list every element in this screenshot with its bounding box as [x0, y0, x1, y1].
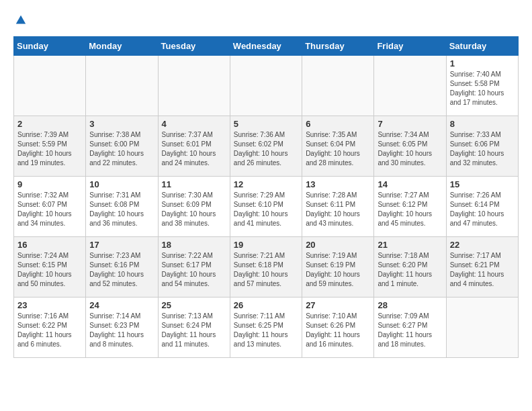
day-number: 7: [378, 119, 442, 129]
calendar-day-cell: 1Sunrise: 7:40 AM Sunset: 5:58 PM Daylig…: [446, 56, 518, 116]
weekday-header: Monday: [86, 37, 158, 56]
calendar-day-cell: 16Sunrise: 7:24 AM Sunset: 6:15 PM Dayli…: [14, 237, 86, 298]
weekday-header: Wednesday: [230, 37, 302, 56]
day-info: Sunrise: 7:34 AM Sunset: 6:05 PM Dayligh…: [378, 130, 442, 168]
calendar-table: SundayMondayTuesdayWednesdayThursdayFrid…: [13, 36, 519, 358]
day-number: 21: [378, 240, 442, 250]
day-info: Sunrise: 7:39 AM Sunset: 5:59 PM Dayligh…: [17, 130, 82, 168]
day-number: 14: [378, 179, 442, 189]
day-info: Sunrise: 7:19 AM Sunset: 6:19 PM Dayligh…: [306, 251, 370, 289]
day-number: 15: [450, 179, 515, 189]
logo-icon: [15, 14, 27, 26]
day-number: 10: [89, 179, 154, 189]
day-info: Sunrise: 7:09 AM Sunset: 6:27 PM Dayligh…: [378, 312, 442, 349]
calendar-day-cell: [446, 298, 518, 358]
calendar-day-cell: 7Sunrise: 7:34 AM Sunset: 6:05 PM Daylig…: [374, 116, 446, 177]
day-info: Sunrise: 7:28 AM Sunset: 6:11 PM Dayligh…: [306, 191, 370, 228]
day-number: 6: [306, 119, 370, 129]
day-info: Sunrise: 7:13 AM Sunset: 6:24 PM Dayligh…: [162, 312, 226, 349]
day-number: 18: [162, 240, 226, 250]
day-number: 3: [89, 119, 154, 129]
day-info: Sunrise: 7:30 AM Sunset: 6:09 PM Dayligh…: [162, 191, 226, 228]
day-number: 19: [234, 240, 298, 250]
calendar-day-cell: 21Sunrise: 7:18 AM Sunset: 6:20 PM Dayli…: [374, 237, 446, 298]
calendar-day-cell: 11Sunrise: 7:30 AM Sunset: 6:09 PM Dayli…: [158, 177, 230, 237]
day-info: Sunrise: 7:33 AM Sunset: 6:06 PM Dayligh…: [450, 130, 515, 168]
logo: [13, 13, 27, 30]
calendar-day-cell: 25Sunrise: 7:13 AM Sunset: 6:24 PM Dayli…: [158, 298, 230, 358]
day-number: 12: [234, 179, 298, 189]
day-number: 22: [450, 240, 515, 250]
day-info: Sunrise: 7:21 AM Sunset: 6:18 PM Dayligh…: [234, 251, 298, 289]
day-info: Sunrise: 7:37 AM Sunset: 6:01 PM Dayligh…: [162, 130, 226, 168]
day-number: 9: [17, 179, 82, 189]
calendar-day-cell: 28Sunrise: 7:09 AM Sunset: 6:27 PM Dayli…: [374, 298, 446, 358]
calendar-week-row: 16Sunrise: 7:24 AM Sunset: 6:15 PM Dayli…: [14, 237, 519, 298]
day-info: Sunrise: 7:32 AM Sunset: 6:07 PM Dayligh…: [17, 191, 82, 228]
svg-marker-0: [16, 15, 26, 24]
day-info: Sunrise: 7:31 AM Sunset: 6:08 PM Dayligh…: [89, 191, 154, 228]
day-number: 27: [306, 300, 370, 310]
calendar-week-row: 1Sunrise: 7:40 AM Sunset: 5:58 PM Daylig…: [14, 56, 519, 116]
calendar-day-cell: 13Sunrise: 7:28 AM Sunset: 6:11 PM Dayli…: [302, 177, 374, 237]
weekday-header: Tuesday: [158, 37, 230, 56]
weekday-header: Saturday: [446, 37, 518, 56]
day-number: 13: [306, 179, 370, 189]
day-info: Sunrise: 7:11 AM Sunset: 6:25 PM Dayligh…: [234, 312, 298, 349]
calendar-day-cell: 15Sunrise: 7:26 AM Sunset: 6:14 PM Dayli…: [446, 177, 518, 237]
day-info: Sunrise: 7:23 AM Sunset: 6:16 PM Dayligh…: [89, 251, 154, 289]
calendar-week-row: 23Sunrise: 7:16 AM Sunset: 6:22 PM Dayli…: [14, 298, 519, 358]
calendar-week-row: 9Sunrise: 7:32 AM Sunset: 6:07 PM Daylig…: [14, 177, 519, 237]
calendar-day-cell: 2Sunrise: 7:39 AM Sunset: 5:59 PM Daylig…: [14, 116, 86, 177]
calendar-day-cell: [230, 56, 302, 116]
day-number: 5: [234, 119, 298, 129]
day-number: 2: [17, 119, 82, 129]
weekday-header: Thursday: [302, 37, 374, 56]
day-info: Sunrise: 7:17 AM Sunset: 6:21 PM Dayligh…: [450, 251, 515, 289]
calendar-day-cell: 22Sunrise: 7:17 AM Sunset: 6:21 PM Dayli…: [446, 237, 518, 298]
calendar-day-cell: 10Sunrise: 7:31 AM Sunset: 6:08 PM Dayli…: [86, 177, 158, 237]
day-number: 20: [306, 240, 370, 250]
calendar-day-cell: [302, 56, 374, 116]
day-info: Sunrise: 7:35 AM Sunset: 6:04 PM Dayligh…: [306, 130, 370, 168]
day-info: Sunrise: 7:36 AM Sunset: 6:02 PM Dayligh…: [234, 130, 298, 168]
calendar-day-cell: 8Sunrise: 7:33 AM Sunset: 6:06 PM Daylig…: [446, 116, 518, 177]
calendar-day-cell: [158, 56, 230, 116]
day-info: Sunrise: 7:24 AM Sunset: 6:15 PM Dayligh…: [17, 251, 82, 289]
day-info: Sunrise: 7:26 AM Sunset: 6:14 PM Dayligh…: [450, 191, 515, 228]
logo-text: [13, 13, 27, 30]
day-number: 16: [17, 240, 82, 250]
calendar-day-cell: 12Sunrise: 7:29 AM Sunset: 6:10 PM Dayli…: [230, 177, 302, 237]
calendar-day-cell: 23Sunrise: 7:16 AM Sunset: 6:22 PM Dayli…: [14, 298, 86, 358]
day-number: 1: [450, 58, 515, 68]
weekday-header: Friday: [374, 37, 446, 56]
calendar-day-cell: 18Sunrise: 7:22 AM Sunset: 6:17 PM Dayli…: [158, 237, 230, 298]
calendar-day-cell: [374, 56, 446, 116]
day-info: Sunrise: 7:10 AM Sunset: 6:26 PM Dayligh…: [306, 312, 370, 349]
day-number: 26: [234, 300, 298, 310]
calendar-day-cell: 9Sunrise: 7:32 AM Sunset: 6:07 PM Daylig…: [14, 177, 86, 237]
calendar-day-cell: 20Sunrise: 7:19 AM Sunset: 6:19 PM Dayli…: [302, 237, 374, 298]
day-info: Sunrise: 7:27 AM Sunset: 6:12 PM Dayligh…: [378, 191, 442, 228]
day-info: Sunrise: 7:16 AM Sunset: 6:22 PM Dayligh…: [17, 312, 82, 349]
day-number: 11: [162, 179, 226, 189]
day-info: Sunrise: 7:14 AM Sunset: 6:23 PM Dayligh…: [89, 312, 154, 349]
day-number: 24: [89, 300, 154, 310]
day-number: 25: [162, 300, 226, 310]
day-number: 28: [378, 300, 442, 310]
calendar-day-cell: 24Sunrise: 7:14 AM Sunset: 6:23 PM Dayli…: [86, 298, 158, 358]
calendar-day-cell: [86, 56, 158, 116]
day-info: Sunrise: 7:22 AM Sunset: 6:17 PM Dayligh…: [162, 251, 226, 289]
calendar-day-cell: 26Sunrise: 7:11 AM Sunset: 6:25 PM Dayli…: [230, 298, 302, 358]
calendar-week-row: 2Sunrise: 7:39 AM Sunset: 5:59 PM Daylig…: [14, 116, 519, 177]
day-info: Sunrise: 7:29 AM Sunset: 6:10 PM Dayligh…: [234, 191, 298, 228]
day-info: Sunrise: 7:18 AM Sunset: 6:20 PM Dayligh…: [378, 251, 442, 289]
day-number: 17: [89, 240, 154, 250]
calendar-header-row: SundayMondayTuesdayWednesdayThursdayFrid…: [14, 37, 519, 56]
page-header: [13, 13, 519, 30]
day-number: 8: [450, 119, 515, 129]
calendar-day-cell: 5Sunrise: 7:36 AM Sunset: 6:02 PM Daylig…: [230, 116, 302, 177]
calendar-day-cell: 27Sunrise: 7:10 AM Sunset: 6:26 PM Dayli…: [302, 298, 374, 358]
calendar-day-cell: 14Sunrise: 7:27 AM Sunset: 6:12 PM Dayli…: [374, 177, 446, 237]
day-info: Sunrise: 7:40 AM Sunset: 5:58 PM Dayligh…: [450, 70, 515, 107]
